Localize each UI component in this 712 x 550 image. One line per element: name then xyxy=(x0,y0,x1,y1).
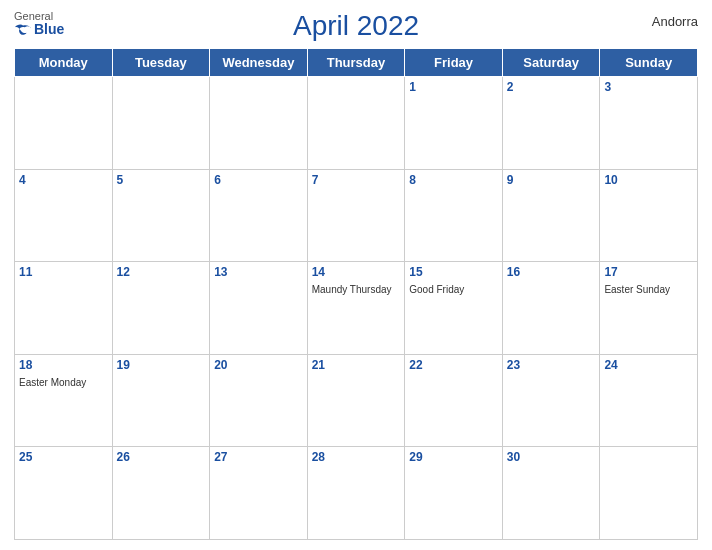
table-row: 14Maundy Thursday xyxy=(307,262,405,355)
day-number: 26 xyxy=(117,449,206,466)
calendar-table: Monday Tuesday Wednesday Thursday Friday… xyxy=(14,48,698,540)
day-number: 3 xyxy=(604,79,693,96)
table-row: 1 xyxy=(405,77,503,170)
day-number: 21 xyxy=(312,357,401,374)
header-saturday: Saturday xyxy=(502,49,600,77)
day-number: 29 xyxy=(409,449,498,466)
header-friday: Friday xyxy=(405,49,503,77)
table-row: 6 xyxy=(210,169,308,262)
country-label: Andorra xyxy=(652,14,698,29)
day-number: 24 xyxy=(604,357,693,374)
week-row-5: 252627282930 xyxy=(15,447,698,540)
days-header-row: Monday Tuesday Wednesday Thursday Friday… xyxy=(15,49,698,77)
day-number: 1 xyxy=(409,79,498,96)
event-label: Maundy Thursday xyxy=(312,283,401,296)
header-sunday: Sunday xyxy=(600,49,698,77)
table-row: 4 xyxy=(15,169,113,262)
day-number: 27 xyxy=(214,449,303,466)
table-row xyxy=(210,77,308,170)
table-row: 30 xyxy=(502,447,600,540)
table-row: 21 xyxy=(307,354,405,447)
table-row: 24 xyxy=(600,354,698,447)
week-row-2: 45678910 xyxy=(15,169,698,262)
table-row: 10 xyxy=(600,169,698,262)
table-row: 25 xyxy=(15,447,113,540)
day-number: 12 xyxy=(117,264,206,281)
table-row: 5 xyxy=(112,169,210,262)
table-row: 26 xyxy=(112,447,210,540)
event-label: Good Friday xyxy=(409,283,498,296)
table-row: 13 xyxy=(210,262,308,355)
day-number: 9 xyxy=(507,172,596,189)
day-number: 30 xyxy=(507,449,596,466)
day-number: 6 xyxy=(214,172,303,189)
table-row: 18Easter Monday xyxy=(15,354,113,447)
table-row: 9 xyxy=(502,169,600,262)
table-row: 17Easter Sunday xyxy=(600,262,698,355)
table-row: 28 xyxy=(307,447,405,540)
calendar-wrapper: General Blue April 2022 Andorra Monday T… xyxy=(0,0,712,550)
week-row-1: 123 xyxy=(15,77,698,170)
day-number: 4 xyxy=(19,172,108,189)
header-thursday: Thursday xyxy=(307,49,405,77)
table-row: 15Good Friday xyxy=(405,262,503,355)
day-number: 22 xyxy=(409,357,498,374)
day-number: 8 xyxy=(409,172,498,189)
table-row: 12 xyxy=(112,262,210,355)
table-row: 2 xyxy=(502,77,600,170)
header-wednesday: Wednesday xyxy=(210,49,308,77)
table-row: 23 xyxy=(502,354,600,447)
day-number: 13 xyxy=(214,264,303,281)
day-number: 18 xyxy=(19,357,108,374)
day-number: 23 xyxy=(507,357,596,374)
week-row-3: 11121314Maundy Thursday15Good Friday1617… xyxy=(15,262,698,355)
table-row xyxy=(600,447,698,540)
logo: General Blue xyxy=(14,10,64,37)
table-row: 16 xyxy=(502,262,600,355)
day-number: 20 xyxy=(214,357,303,374)
day-number: 28 xyxy=(312,449,401,466)
event-label: Easter Sunday xyxy=(604,283,693,296)
calendar-title: April 2022 xyxy=(293,10,419,42)
day-number: 11 xyxy=(19,264,108,281)
table-row xyxy=(112,77,210,170)
event-label: Easter Monday xyxy=(19,376,108,389)
day-number: 14 xyxy=(312,264,401,281)
table-row: 8 xyxy=(405,169,503,262)
week-row-4: 18Easter Monday192021222324 xyxy=(15,354,698,447)
empty-cell xyxy=(15,77,113,170)
day-number: 7 xyxy=(312,172,401,189)
day-number: 16 xyxy=(507,264,596,281)
day-number: 5 xyxy=(117,172,206,189)
day-number: 2 xyxy=(507,79,596,96)
table-row: 29 xyxy=(405,447,503,540)
logo-bird-icon xyxy=(14,23,32,37)
day-number: 17 xyxy=(604,264,693,281)
header-tuesday: Tuesday xyxy=(112,49,210,77)
table-row: 3 xyxy=(600,77,698,170)
day-number: 25 xyxy=(19,449,108,466)
calendar-header: General Blue April 2022 Andorra xyxy=(14,10,698,42)
day-number: 15 xyxy=(409,264,498,281)
table-row: 20 xyxy=(210,354,308,447)
table-row: 27 xyxy=(210,447,308,540)
table-row: 7 xyxy=(307,169,405,262)
table-row xyxy=(307,77,405,170)
table-row: 19 xyxy=(112,354,210,447)
day-number: 19 xyxy=(117,357,206,374)
header-monday: Monday xyxy=(15,49,113,77)
table-row: 11 xyxy=(15,262,113,355)
day-number: 10 xyxy=(604,172,693,189)
table-row: 22 xyxy=(405,354,503,447)
logo-blue: Blue xyxy=(14,22,64,37)
